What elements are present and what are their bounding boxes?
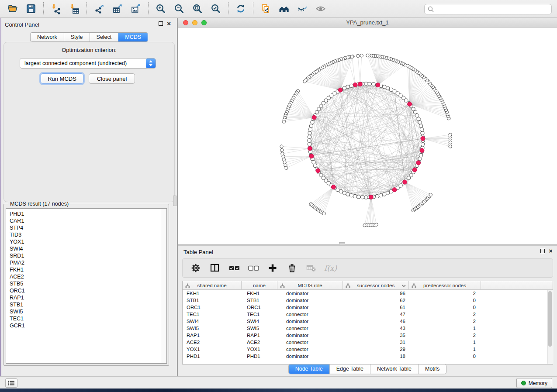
network-window-titlebar[interactable]: YPA_prune.txt_1 — [178, 18, 557, 28]
memory-button[interactable]: Memory — [516, 378, 552, 388]
tab-network-table[interactable]: Network Table — [370, 364, 418, 374]
table-cell: STB1 — [183, 297, 242, 304]
mcds-node-item[interactable]: SWI4 — [6, 245, 160, 252]
settings-gear-icon[interactable] — [190, 262, 202, 274]
table-cell: 0 — [409, 353, 481, 360]
table-cell: 0 — [409, 297, 481, 304]
deselect-all-icon[interactable] — [247, 262, 259, 274]
table-cell: 62 — [343, 297, 409, 304]
table-row[interactable]: SWI4SWI4dominator462 — [183, 318, 553, 325]
table-cell: ACE2 — [242, 339, 277, 346]
table-cell: 35 — [343, 332, 409, 339]
search-input[interactable] — [434, 5, 551, 13]
tab-style[interactable]: Style — [64, 33, 90, 41]
mcds-node-item[interactable]: PMA2 — [6, 259, 160, 266]
zoom-in-icon[interactable] — [153, 2, 169, 16]
run-mcds-button[interactable]: Run MCDS — [41, 73, 83, 84]
mcds-node-item[interactable]: ACE2 — [6, 273, 160, 280]
table-scrollbar-thumb[interactable] — [548, 291, 552, 347]
memory-status-icon — [521, 381, 526, 385]
table-tabs: Node TableEdge TableNetwork TableMotifs — [178, 364, 557, 374]
save-session-icon[interactable] — [23, 2, 39, 16]
task-history-button[interactable] — [5, 378, 17, 388]
refresh-icon[interactable] — [233, 2, 249, 16]
column-header-predecessor-nodes[interactable]: predecessor nodes — [409, 281, 481, 290]
mcds-node-item[interactable]: STP4 — [6, 224, 160, 231]
table-row[interactable]: FKH1FKH1dominator962 — [183, 290, 553, 297]
table-cell: RAP1 — [242, 332, 277, 339]
mcds-node-item[interactable]: RAP1 — [6, 294, 160, 301]
mcds-node-item[interactable]: CAR1 — [6, 217, 160, 224]
open-file-icon[interactable] — [5, 2, 21, 16]
tab-mcds[interactable]: MCDS — [118, 33, 148, 41]
export-image-icon[interactable] — [128, 2, 144, 16]
table-row[interactable]: ACE2ACE2connector311 — [183, 339, 553, 346]
table-cell: 1 — [409, 325, 481, 332]
tab-select[interactable]: Select — [90, 33, 118, 41]
home-views-icon[interactable] — [276, 2, 292, 16]
network-canvas[interactable] — [178, 28, 557, 244]
table-row[interactable]: RAP1RAP1dominator352 — [183, 332, 553, 339]
mcds-scrollbar[interactable] — [161, 209, 166, 363]
close-panel-button[interactable]: Close panel — [89, 73, 135, 84]
optimization-criterion-select[interactable]: largest connected component (undirected) — [20, 58, 156, 69]
table-scrollbar[interactable] — [547, 290, 552, 364]
tab-edge-table[interactable]: Edge Table — [329, 364, 370, 374]
import-network-icon[interactable] — [48, 2, 64, 16]
vertical-splitter-handle[interactable] — [173, 196, 176, 206]
export-network-icon[interactable] — [91, 2, 107, 16]
table-row[interactable]: YOX1YOX1connector291 — [183, 346, 553, 353]
tree-icon — [280, 283, 285, 288]
table-panel-title: Table Panel — [183, 249, 213, 255]
tab-node-table[interactable]: Node Table — [289, 364, 329, 374]
mcds-node-item[interactable]: SRD1 — [6, 252, 160, 259]
mcds-node-item[interactable]: FKH1 — [6, 266, 160, 273]
mcds-node-item[interactable]: TEC1 — [6, 315, 160, 322]
network-window-title: YPA_prune.txt_1 — [178, 19, 557, 26]
mcds-node-item[interactable]: ORC1 — [6, 287, 160, 294]
select-all-icon[interactable] — [228, 262, 240, 274]
table-cell: 46 — [343, 318, 409, 325]
node-table: shared name name MCDS role successor nod… — [182, 281, 553, 364]
zoom-out-icon[interactable] — [171, 2, 187, 16]
float-panel-icon[interactable] — [159, 21, 163, 26]
table-row[interactable]: SWI5SWI5connector431 — [183, 325, 553, 332]
tab-motifs[interactable]: Motifs — [418, 364, 446, 374]
hide-selected-icon[interactable] — [294, 2, 310, 16]
delete-column-icon[interactable] — [286, 262, 298, 274]
delete-table-icon — [305, 262, 317, 274]
mcds-node-item[interactable]: STB1 — [6, 301, 160, 308]
tab-network[interactable]: Network — [31, 33, 64, 41]
table-row[interactable]: TEC1TEC1connector472 — [183, 311, 553, 318]
table-cell: 47 — [343, 311, 409, 318]
mcds-node-item[interactable]: STB5 — [6, 280, 160, 287]
import-table-icon[interactable] — [66, 2, 82, 16]
split-columns-icon[interactable] — [209, 262, 221, 274]
close-panel-icon[interactable]: × — [167, 21, 171, 26]
float-panel-icon[interactable] — [540, 249, 545, 253]
close-panel-icon[interactable]: × — [549, 249, 553, 253]
mcds-node-item[interactable]: PHD1 — [6, 210, 160, 217]
horizontal-splitter-handle[interactable] — [339, 242, 345, 245]
mcds-node-item[interactable]: SWI5 — [6, 308, 160, 315]
column-header-shared-name[interactable]: shared name — [183, 281, 242, 290]
table-row[interactable]: ORC1ORC1dominator610 — [183, 304, 553, 311]
table-row[interactable]: STB1STB1dominator620 — [183, 297, 553, 304]
table-cell: dominator — [277, 297, 343, 304]
mcds-node-item[interactable]: TID3 — [6, 231, 160, 238]
column-header-mcds-role[interactable]: MCDS role — [277, 281, 343, 290]
zoom-fit-icon[interactable] — [190, 2, 205, 16]
zoom-selected-icon[interactable] — [208, 2, 224, 16]
table-cell: 1 — [409, 339, 481, 346]
table-cell: TEC1 — [183, 311, 242, 318]
column-header-name[interactable]: name — [242, 281, 277, 290]
show-all-icon[interactable] — [313, 2, 329, 16]
table-row[interactable]: PHD1PHD1dominator180 — [183, 353, 553, 360]
mcds-node-item[interactable]: YOX1 — [6, 238, 160, 245]
add-column-icon[interactable] — [266, 262, 279, 274]
export-table-icon[interactable] — [110, 2, 125, 16]
duplicate-network-icon[interactable] — [258, 2, 273, 16]
search-box[interactable] — [424, 4, 552, 14]
column-header-successor-nodes[interactable]: successor nodes — [343, 281, 409, 290]
mcds-node-item[interactable]: GCR1 — [6, 322, 160, 329]
